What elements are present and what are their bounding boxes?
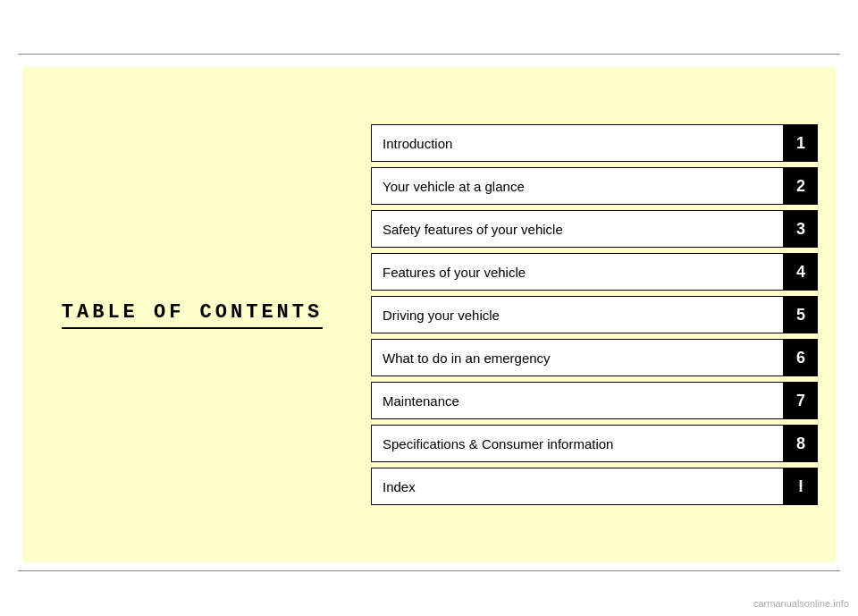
toc-item[interactable]: IndexI <box>371 468 818 505</box>
toc-item[interactable]: Your vehicle at a glance2 <box>371 167 818 205</box>
toc-item-number: 8 <box>784 425 818 462</box>
toc-item-label: Your vehicle at a glance <box>371 167 784 205</box>
toc-list: Introduction1Your vehicle at a glance2Sa… <box>362 97 836 532</box>
toc-item-number: 2 <box>784 167 818 205</box>
toc-item-number: 3 <box>784 210 818 248</box>
toc-item-label: Index <box>371 468 784 505</box>
toc-item[interactable]: What to do in an emergency6 <box>371 339 818 376</box>
toc-item-label: Features of your vehicle <box>371 253 784 291</box>
bottom-divider <box>18 570 840 571</box>
toc-item-label: Specifications & Consumer information <box>371 425 784 462</box>
toc-item[interactable]: Introduction1 <box>371 124 818 162</box>
main-content-area: TABLE OF CONTENTS Introduction1Your vehi… <box>22 67 836 562</box>
toc-item-label: Driving your vehicle <box>371 296 784 333</box>
toc-item-number: 1 <box>784 124 818 162</box>
toc-item[interactable]: Features of your vehicle4 <box>371 253 818 291</box>
toc-item-number: 6 <box>784 339 818 376</box>
top-divider <box>18 54 840 55</box>
watermark: carmanualsonline.info <box>753 598 849 609</box>
toc-item[interactable]: Safety features of your vehicle3 <box>371 210 818 248</box>
toc-item-number: 7 <box>784 382 818 419</box>
toc-item-label: Introduction <box>371 124 784 162</box>
toc-item[interactable]: Maintenance7 <box>371 382 818 419</box>
toc-item[interactable]: Specifications & Consumer information8 <box>371 425 818 462</box>
toc-item-number: 4 <box>784 253 818 291</box>
page-title: TABLE OF CONTENTS <box>62 301 323 329</box>
toc-item-number: I <box>784 468 818 505</box>
toc-item[interactable]: Driving your vehicle5 <box>371 296 818 333</box>
toc-item-label: Safety features of your vehicle <box>371 210 784 248</box>
left-panel: TABLE OF CONTENTS <box>22 67 362 562</box>
toc-item-number: 5 <box>784 296 818 333</box>
toc-item-label: What to do in an emergency <box>371 339 784 376</box>
toc-item-label: Maintenance <box>371 382 784 419</box>
